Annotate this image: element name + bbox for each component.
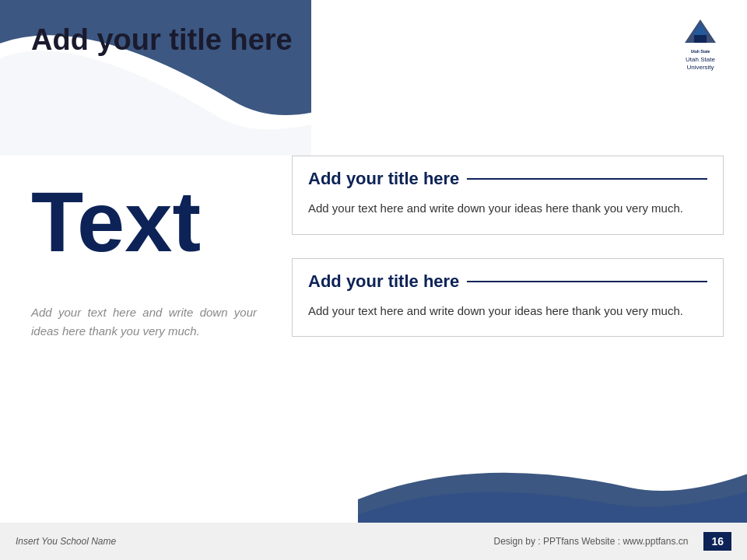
svg-text:Utah State: Utah State [691, 49, 710, 54]
main-title: Add your title here [31, 23, 293, 57]
logo-label: Utah StateUniversity [686, 56, 715, 72]
logo-area: Utah State Utah StateUniversity [677, 16, 724, 72]
footer-design-credit: Design by : PPTfans Website : www.pptfan… [494, 536, 689, 547]
left-body-text: Add your text here and write down your i… [31, 303, 257, 341]
content-box-1: Add your title here Add your text here a… [292, 156, 724, 235]
footer-school-name: Insert You School Name [16, 536, 116, 547]
box-2-title-line [467, 281, 707, 282]
svg-rect-1 [694, 35, 707, 43]
box-1-title-text: Add your title here [308, 169, 459, 189]
box-1-title-line [467, 178, 707, 180]
footer: Insert You School Name Design by : PPTfa… [0, 523, 747, 560]
big-text-highlight: Text [31, 179, 201, 264]
box-2-title-text: Add your title here [308, 271, 459, 292]
page-number: 16 [703, 532, 731, 551]
content-box-2: Add your title here Add your text here a… [292, 258, 724, 338]
slide: Add your title here Utah State Utah Stat… [0, 0, 747, 560]
university-logo-icon: Utah State [677, 16, 724, 54]
bottom-decoration [358, 445, 747, 523]
footer-right: Design by : PPTfans Website : www.pptfan… [494, 532, 731, 551]
box-2-body: Add your text here and write down your i… [308, 301, 707, 321]
box-1-title-area: Add your title here [308, 169, 707, 189]
right-content-area: Add your title here Add your text here a… [292, 156, 724, 337]
box-2-title-area: Add your title here [308, 271, 707, 292]
box-1-body: Add your text here and write down your i… [308, 198, 707, 219]
